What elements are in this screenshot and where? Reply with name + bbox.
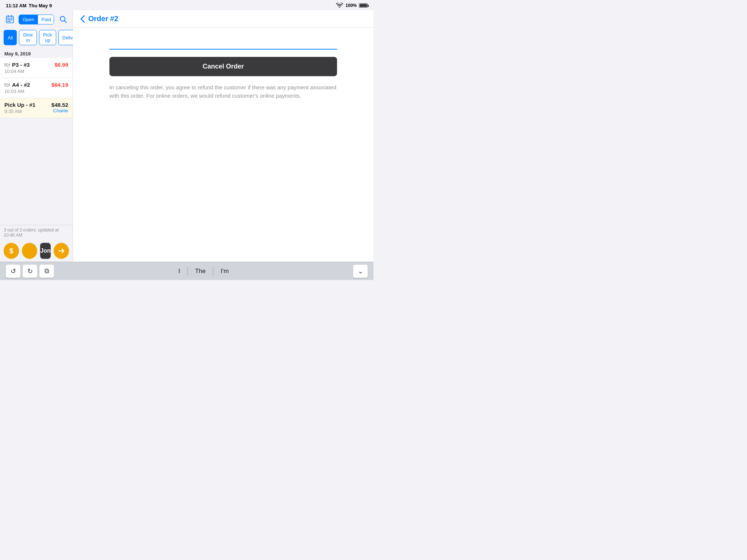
word-suggestion-1[interactable]: I [171, 267, 187, 276]
bottom-actions: $ Jon [0, 240, 73, 262]
order-item[interactable]: 🍽 P3 - #3 $6.99 10:04 AM [0, 58, 73, 78]
payment-button[interactable]: $ [4, 243, 19, 259]
status-bar: 11:12 AM Thu May 9 100% [0, 0, 374, 10]
cancel-note: In canceling this order, you agree to re… [109, 83, 337, 100]
battery-icon [359, 3, 368, 8]
paid-toggle-btn[interactable]: Paid [38, 15, 54, 24]
word-suggestion-2[interactable]: The [188, 267, 213, 276]
left-toolbar: Open Paid [0, 10, 73, 28]
order-amount: $6.99 [54, 62, 68, 68]
keyboard-bar: ↺ ↻ ⧉ I The I'm ⌄ [0, 262, 374, 280]
right-content: Cancel Order In canceling this order, yo… [73, 28, 374, 262]
reason-input[interactable] [109, 39, 337, 50]
orders-footer: 3 out of 3 orders; updated at 10:46 AM [0, 225, 73, 240]
filter-pick-up[interactable]: Pick up [39, 30, 56, 45]
dine-icon: 🍽 [4, 62, 10, 68]
order-time: 10:03 AM [4, 89, 68, 94]
dine-icon: 🍽 [4, 82, 10, 88]
svg-rect-8 [9, 21, 10, 22]
order-title: Order #2 [88, 15, 118, 23]
svg-rect-7 [7, 21, 8, 22]
time-display: 11:12 AM [6, 3, 27, 8]
order-amount: $48.52 [51, 102, 68, 108]
switch-button[interactable] [54, 243, 69, 259]
undo-button[interactable]: ↺ [6, 265, 20, 278]
filter-tabs: All Dine in Pick up Delivery [0, 28, 73, 48]
battery-percent: 100% [345, 3, 357, 8]
svg-rect-6 [11, 19, 12, 20]
clipboard-button[interactable]: ⧉ [39, 265, 54, 278]
calendar-button[interactable] [4, 13, 16, 26]
order-name: A4 - #2 [12, 82, 30, 88]
word-suggestion-3[interactable]: I'm [213, 267, 236, 276]
svg-rect-5 [9, 19, 10, 20]
filter-all[interactable]: All [4, 30, 17, 45]
open-paid-toggle: Open Paid [19, 15, 54, 24]
user-button[interactable]: Jon [40, 243, 50, 259]
order-name: Pick Up - #1 [4, 102, 35, 108]
filter-dine-in[interactable]: Dine in [19, 30, 37, 45]
move-button[interactable] [22, 243, 37, 259]
date-display: Thu May 9 [29, 3, 52, 8]
wifi-icon [336, 3, 343, 9]
order-staff: Charlie [53, 108, 68, 114]
order-time: 9:35 AM [4, 109, 22, 114]
redo-button[interactable]: ↻ [23, 265, 37, 278]
open-toggle-btn[interactable]: Open [19, 15, 38, 24]
order-name: P3 - #3 [12, 62, 30, 68]
keyboard-dismiss-button[interactable]: ⌄ [353, 265, 368, 278]
order-item[interactable]: 🍽 A4 - #2 $64.19 10:03 AM [0, 78, 73, 98]
left-panel: Open Paid All Dine in Pick up Delivery M… [0, 10, 73, 262]
right-panel: Order #2 Cancel Order In canceling this … [73, 10, 374, 262]
order-list: May 9, 2019 🍽 P3 - #3 $6.99 10:04 AM 🍽 [0, 48, 73, 225]
back-button[interactable] [80, 15, 85, 23]
order-item-selected[interactable]: Pick Up - #1 $48.52 9:35 AM Charlie [0, 98, 73, 118]
right-header: Order #2 [73, 10, 374, 28]
order-time: 10:04 AM [4, 69, 68, 74]
date-header: May 9, 2019 [0, 48, 73, 58]
svg-rect-4 [7, 19, 8, 20]
search-button[interactable] [57, 13, 69, 26]
order-amount: $64.19 [51, 82, 68, 88]
svg-line-10 [64, 21, 66, 23]
cancel-order-button[interactable]: Cancel Order [109, 57, 337, 76]
